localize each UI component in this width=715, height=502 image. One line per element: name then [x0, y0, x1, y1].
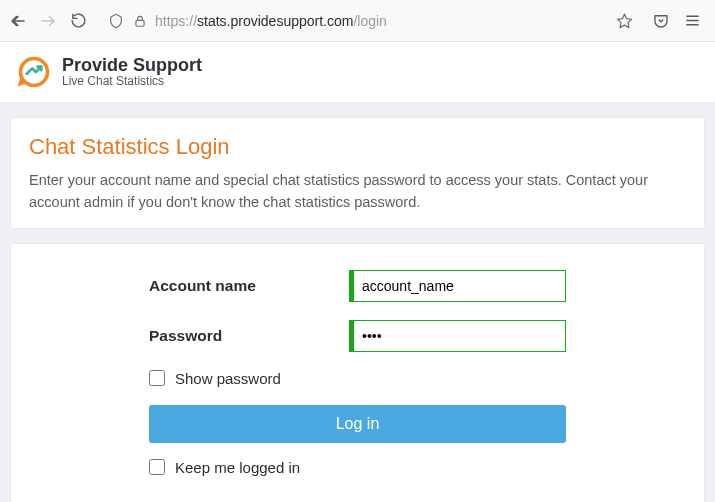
password-input[interactable]: [349, 320, 566, 352]
keep-logged-label: Keep me logged in: [175, 459, 300, 476]
show-password-label: Show password: [175, 370, 281, 387]
login-header-panel: Chat Statistics Login Enter your account…: [10, 117, 705, 229]
reload-icon: [70, 12, 87, 29]
password-label: Password: [149, 327, 349, 345]
account-name-label: Account name: [149, 277, 349, 295]
arrow-left-icon: [9, 12, 27, 30]
browser-toolbar: https://stats.providesupport.com/login: [0, 0, 715, 42]
login-form-panel: Account name Password Show password Log …: [10, 243, 705, 503]
reload-button[interactable]: [68, 11, 88, 31]
svg-marker-3: [617, 14, 631, 27]
arrow-right-icon: [39, 12, 57, 30]
back-button[interactable]: [8, 11, 28, 31]
provide-support-logo: [16, 54, 52, 90]
brand-title: Provide Support: [62, 56, 202, 76]
password-row: Password: [149, 320, 566, 352]
svg-rect-2: [136, 20, 144, 26]
hamburger-icon: [684, 12, 701, 29]
menu-button[interactable]: [684, 12, 701, 29]
url-text: https://stats.providesupport.com/login: [155, 13, 387, 29]
url-bar[interactable]: https://stats.providesupport.com/login: [98, 6, 642, 36]
brand-text: Provide Support Live Chat Statistics: [62, 56, 202, 89]
bookmark-star-icon[interactable]: [615, 12, 633, 30]
brand-bar: Provide Support Live Chat Statistics: [0, 42, 715, 103]
account-row: Account name: [149, 270, 566, 302]
forward-button[interactable]: [38, 11, 58, 31]
pocket-icon[interactable]: [652, 12, 670, 30]
show-password-row: Show password: [149, 370, 566, 387]
keep-logged-row: Keep me logged in: [149, 459, 566, 476]
page-title: Chat Statistics Login: [29, 134, 686, 160]
shield-icon: [107, 12, 125, 30]
show-password-checkbox[interactable]: [149, 370, 165, 386]
keep-logged-checkbox[interactable]: [149, 459, 165, 475]
login-button[interactable]: Log in: [149, 405, 566, 443]
account-name-input[interactable]: [349, 270, 566, 302]
lock-icon: [131, 12, 149, 30]
page-body: Provide Support Live Chat Statistics Cha…: [0, 42, 715, 502]
login-instructions: Enter your account name and special chat…: [29, 170, 686, 214]
brand-subtitle: Live Chat Statistics: [62, 75, 202, 88]
